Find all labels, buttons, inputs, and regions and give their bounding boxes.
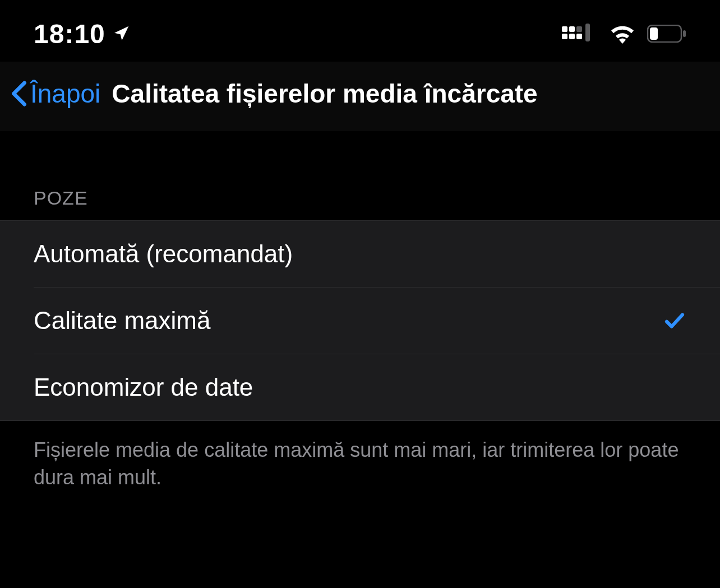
svg-rect-6	[585, 24, 590, 41]
option-best-quality[interactable]: Calitate maximă	[0, 288, 720, 354]
checkmark-icon	[663, 309, 686, 332]
nav-bar: Înapoi Calitatea fișierelor media încărc…	[0, 62, 720, 131]
chevron-left-icon	[11, 81, 27, 107]
option-automatic[interactable]: Automată (recomandat)	[0, 221, 720, 287]
svg-rect-3	[562, 26, 567, 32]
option-data-saver[interactable]: Economizor de date	[0, 354, 720, 420]
quality-options-list: Automată (recomandat) Calitate maximă Ec…	[0, 220, 720, 421]
cellular-icon	[562, 22, 598, 45]
section-footer: Fișierele media de calitate maximă sunt …	[0, 421, 720, 507]
svg-rect-2	[576, 34, 582, 39]
svg-rect-5	[576, 26, 582, 32]
section-header-photos: POZE	[0, 131, 720, 220]
option-label: Economizor de date	[34, 373, 253, 401]
content-area: POZE Automată (recomandat) Calitate maxi…	[0, 131, 720, 507]
svg-rect-1	[569, 34, 575, 39]
status-left: 18:10	[34, 18, 130, 49]
status-right	[562, 22, 686, 45]
svg-rect-0	[562, 34, 567, 39]
status-time: 18:10	[34, 18, 105, 49]
svg-rect-8	[650, 27, 658, 40]
battery-icon	[647, 25, 686, 43]
back-label: Înapoi	[30, 78, 100, 109]
option-label: Calitate maximă	[34, 307, 210, 335]
svg-rect-9	[683, 30, 686, 37]
svg-rect-4	[569, 26, 575, 32]
option-label: Automată (recomandat)	[34, 240, 293, 268]
page-title: Calitatea fișierelor media încărcate	[112, 78, 537, 109]
location-icon	[112, 25, 130, 43]
back-button[interactable]: Înapoi	[11, 78, 100, 109]
wifi-icon	[609, 24, 636, 44]
status-bar: 18:10	[0, 0, 720, 62]
